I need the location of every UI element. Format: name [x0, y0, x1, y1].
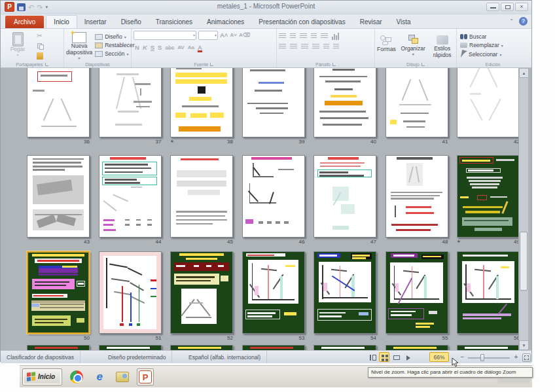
help-icon[interactable]: ? — [519, 17, 528, 26]
view-slide-sorter-button[interactable] — [379, 352, 389, 362]
tab-transiciones[interactable]: Transiciones — [149, 16, 200, 28]
find-button[interactable]: Buscar — [460, 33, 526, 40]
zoom-slider-track[interactable] — [468, 357, 510, 359]
italic-button[interactable]: K — [143, 45, 147, 51]
text-direction-icon[interactable] — [332, 33, 340, 40]
clear-format-icon[interactable]: A⌫ — [239, 32, 250, 39]
slide-thumbnail-48[interactable] — [385, 155, 448, 238]
slide-thumbnail-partial[interactable] — [242, 345, 305, 350]
transition-star-icon[interactable]: ★ — [457, 239, 461, 244]
chrome-icon[interactable] — [68, 368, 85, 385]
bold-button[interactable]: N — [135, 45, 139, 51]
slide-thumbnail-41[interactable] — [385, 68, 448, 137]
status-theme[interactable]: Diseño predeterminado — [102, 351, 172, 363]
close-button[interactable]: × — [515, 3, 528, 11]
numbering-icon[interactable] — [290, 33, 296, 39]
replace-button[interactable]: Reemplazar▾ — [460, 42, 526, 48]
shadow-button[interactable]: S — [158, 45, 162, 51]
align-center-icon[interactable] — [290, 44, 297, 50]
zoom-level-button[interactable]: 66% — [429, 352, 449, 362]
start-button[interactable]: Inicio — [22, 368, 62, 385]
slide-thumbnail-38[interactable] — [170, 68, 233, 137]
cut-icon[interactable]: ✂ — [37, 33, 45, 40]
select-button[interactable]: Seleccionar▾ — [460, 50, 526, 58]
slide-thumbnail-partial[interactable] — [99, 345, 162, 350]
image-viewer-icon[interactable] — [114, 368, 131, 385]
slide-thumbnail-56[interactable] — [457, 251, 520, 334]
underline-button[interactable]: S — [151, 45, 154, 51]
scroll-up-icon[interactable]: ▲ — [519, 68, 529, 78]
slide-thumbnail-42[interactable] — [457, 68, 520, 137]
scrollbar-thumb[interactable] — [520, 232, 528, 291]
slide-thumbnail-46[interactable] — [242, 155, 305, 238]
fit-to-window-button[interactable] — [522, 353, 531, 362]
copy-icon[interactable] — [37, 43, 45, 50]
bullets-icon[interactable] — [279, 33, 286, 39]
powerpoint-taskbar-icon[interactable]: P — [137, 368, 154, 385]
format-painter-icon[interactable] — [37, 52, 45, 60]
section-button[interactable]: Sección▾ — [95, 50, 134, 57]
shapes-button[interactable]: Formas — [377, 32, 396, 53]
smartart-convert-icon[interactable] — [333, 44, 339, 50]
slide-thumbnail-36[interactable] — [27, 68, 90, 137]
slide-thumbnail-44[interactable] — [99, 155, 162, 238]
arrange-button[interactable]: Organizar▾ — [399, 32, 427, 57]
slide-thumbnail-partial[interactable] — [385, 345, 448, 350]
reset-button[interactable]: Restablecer — [95, 42, 134, 48]
tab-revisar[interactable]: Revisar — [353, 16, 389, 28]
slide-thumbnail-45[interactable] — [170, 155, 233, 238]
increase-indent-icon[interactable] — [311, 33, 317, 39]
slide-thumbnail-47[interactable] — [313, 155, 376, 238]
slide-thumbnail-partial[interactable] — [27, 345, 90, 350]
columns-icon[interactable] — [323, 44, 329, 50]
scroll-down-icon[interactable]: ▼ — [519, 340, 529, 350]
align-right-icon[interactable] — [301, 44, 308, 50]
dialog-launcher-icon[interactable] — [45, 63, 48, 66]
strikethrough-button[interactable]: abc — [165, 45, 174, 51]
zoom-slider-thumb[interactable] — [480, 354, 484, 361]
slide-thumbnail-52[interactable] — [170, 251, 233, 334]
align-left-icon[interactable] — [279, 44, 286, 50]
slide-thumbnail-43[interactable] — [27, 155, 90, 238]
collapse-ribbon-icon[interactable]: ⌃ — [509, 18, 514, 24]
tab-archivo[interactable]: Archivo — [5, 16, 44, 28]
layout-button[interactable]: Diseño▾ — [95, 33, 134, 40]
change-case-button[interactable]: Aa — [188, 45, 194, 51]
dialog-launcher-icon[interactable] — [421, 63, 425, 66]
slide-thumbnail-54[interactable] — [313, 251, 376, 334]
slide-thumbnail-50[interactable] — [27, 251, 90, 334]
slide-thumbnail-37[interactable] — [99, 68, 162, 137]
slide-thumbnail-51[interactable] — [99, 251, 162, 334]
justify-icon[interactable] — [312, 44, 319, 50]
new-slide-button[interactable]: Nueva diapositiva▾ — [66, 31, 92, 60]
paste-button[interactable]: Pegar▾ — [3, 31, 33, 60]
slide-thumbnail-39[interactable] — [242, 68, 305, 137]
char-spacing-button[interactable]: AV — [177, 45, 185, 51]
view-slideshow-button[interactable] — [403, 352, 413, 362]
zoom-out-button[interactable]: − — [459, 354, 466, 361]
restore-button[interactable] — [501, 3, 514, 11]
line-spacing-icon[interactable] — [321, 33, 328, 39]
shrink-font-icon[interactable]: A˅ — [230, 32, 236, 39]
tab-animaciones[interactable]: Animaciones — [200, 16, 251, 28]
dialog-launcher-icon[interactable] — [332, 63, 336, 66]
view-normal-button[interactable] — [367, 352, 378, 362]
slide-thumbnail-53[interactable] — [242, 251, 305, 334]
zoom-in-button[interactable]: + — [512, 354, 520, 361]
vertical-scrollbar[interactable]: ▲ ▼ — [518, 68, 528, 350]
minimize-button[interactable] — [486, 3, 499, 11]
tab-vista[interactable]: Vista — [389, 16, 418, 28]
slide-thumbnail-partial[interactable] — [457, 345, 520, 350]
quick-styles-button[interactable]: Estilos rápidos — [430, 32, 454, 59]
internet-explorer-icon[interactable]: e — [91, 368, 108, 385]
decrease-indent-icon[interactable] — [300, 33, 307, 39]
status-language[interactable]: Español (alfab. internacional) — [183, 351, 267, 363]
slide-thumbnail-49[interactable] — [457, 155, 520, 238]
font-color-button[interactable]: A — [198, 44, 202, 51]
slide-thumbnail-partial[interactable] — [313, 345, 376, 350]
tab-dise-o[interactable]: Diseño — [114, 16, 149, 28]
font-name-combo[interactable] — [134, 31, 196, 40]
transition-star-icon[interactable]: ★ — [170, 139, 174, 144]
slide-thumbnail-55[interactable] — [385, 251, 448, 334]
grow-font-icon[interactable]: A˄ — [220, 32, 228, 39]
